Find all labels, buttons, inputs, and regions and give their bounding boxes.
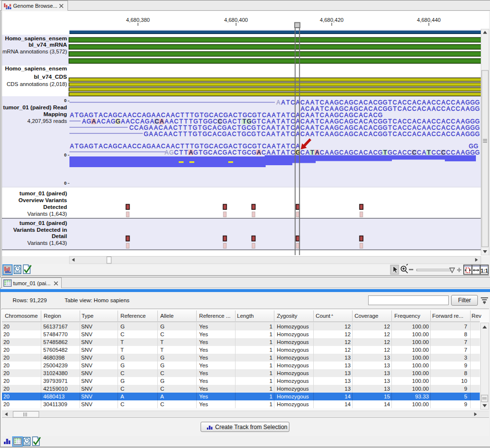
svg-text:0: 0	[64, 153, 67, 157]
svg-text:tumor_01 (paired): tumor_01 (paired)	[19, 220, 67, 226]
svg-text:T: T	[242, 118, 246, 125]
svg-text:CATACAAGCAGCACACGTGCACCCCATCCC: CATACAAGCAGCACACGTGCACCCCATCCCCCAAGGG	[301, 149, 480, 156]
svg-text:0: 0	[64, 181, 67, 186]
svg-text:Variants (1,643): Variants (1,643)	[27, 210, 67, 217]
svg-text:4,680,380: 4,680,380	[126, 17, 150, 23]
svg-text:A: A	[189, 149, 193, 156]
svg-text:0: 0	[64, 98, 67, 103]
svg-text:GAACAACTTTGTGCACGACTGCGTCAATAT: GAACAACTTTGTGCACGACTGCGTCAATATCA	[144, 131, 300, 138]
svg-text:A: A	[276, 99, 281, 106]
svg-text:4,680,440: 4,680,440	[417, 17, 441, 23]
svg-text:Variants (1,643): Variants (1,643)	[27, 240, 67, 246]
svg-text:ACAATCAAGCAGCACACGGTCACCACAACC: ACAATCAAGCAGCACACGGTCACCACAACCACCAAGG	[301, 105, 480, 112]
svg-text:T: T	[427, 149, 431, 156]
svg-text:A: A	[160, 118, 164, 125]
svg-text:bl_v74_mRNA: bl_v74_mRNA	[29, 41, 68, 48]
svg-text:Homo_sapiens_ensem: Homo_sapiens_ensem	[5, 35, 67, 42]
svg-text:4,680,400: 4,680,400	[224, 17, 248, 23]
svg-text:T: T	[310, 149, 314, 156]
svg-text:4,207,953 reads: 4,207,953 reads	[27, 118, 67, 124]
svg-text:1:1: 1:1	[481, 268, 488, 274]
svg-text:T: T	[383, 149, 387, 156]
svg-text:bl_v74_CDS: bl_v74_CDS	[34, 73, 67, 80]
svg-text:Overview Variants: Overview Variants	[18, 197, 67, 203]
svg-text:Detail: Detail	[51, 233, 67, 239]
svg-text:tumor_01 (paired): tumor_01 (paired)	[19, 190, 67, 196]
svg-text:A: A	[315, 149, 320, 156]
svg-text:G: G	[116, 118, 120, 125]
svg-text:C: C	[155, 118, 159, 125]
svg-text:CAATCAAGCAGCACACG: CAATCAAGCAGCACACG	[301, 112, 383, 119]
svg-text:Variants Detected in: Variants Detected in	[13, 226, 67, 233]
svg-text:A: A	[257, 149, 261, 156]
svg-text:ATCA: ATCA	[281, 99, 300, 106]
svg-text:CAATCAAGCAGCACACGGTCACCACAACCA: CAATCAAGCAGCACACGGTCACCACAACCACCAAGGG	[301, 131, 480, 138]
svg-text:A: A	[92, 118, 96, 125]
svg-text:tumor_01 (paired) Read: tumor_01 (paired) Read	[3, 104, 67, 111]
svg-text:Mapping: Mapping	[44, 111, 68, 118]
svg-text:C: C	[412, 149, 417, 156]
svg-text:AGAACAGGAACCAGACAAACTTTGTGGCCG: AGAACAGGAACCAGACAAACTTTGTGGCCGACTTGGTCAA…	[82, 118, 300, 125]
svg-text:Detected: Detected	[43, 204, 67, 210]
svg-text:ATGAGTACAGCAACCAGAACAACTTTGTGC: ATGAGTACAGCAACCAGAACAACTTTGTGCACGACTGCGT…	[70, 112, 300, 119]
svg-text:CDS annotations (2,018): CDS annotations (2,018)	[7, 81, 68, 87]
svg-text:CAATCAAGCAGCACACGGTCACCACAACCA: CAATCAAGCAGCACACGGTCACCACAACCACCAAGGG	[301, 118, 480, 125]
svg-text:Homo_sapiens_ensem: Homo_sapiens_ensem	[5, 65, 67, 72]
svg-text:AG: AG	[165, 149, 174, 156]
svg-text:C: C	[441, 149, 446, 156]
svg-text:mRNA annotations (3,572): mRNA annotations (3,572)	[2, 49, 67, 54]
svg-text:4,680,420: 4,680,420	[320, 17, 344, 23]
svg-text:G: G	[247, 118, 251, 125]
svg-text:C: C	[218, 118, 222, 125]
